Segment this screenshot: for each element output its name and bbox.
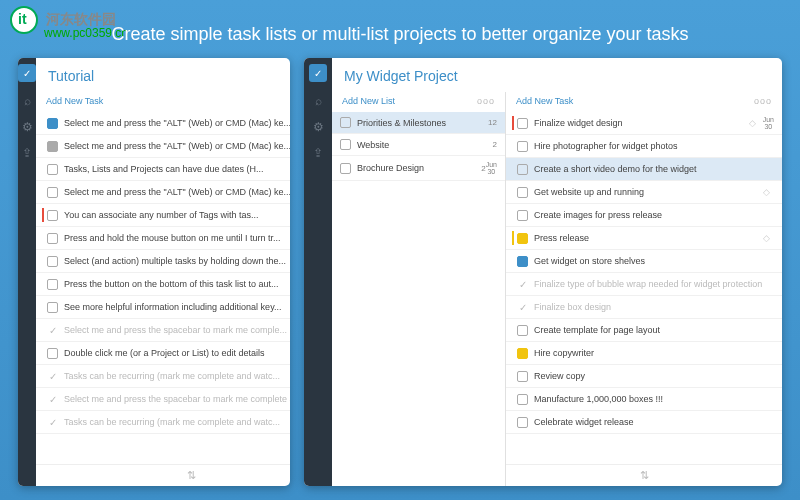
task-list-right[interactable]: Finalize widget design◇Jun30Hire photogr… — [506, 112, 782, 464]
task-text: Hire photographer for widget photos — [534, 141, 774, 151]
gear-icon[interactable]: ⚙ — [20, 120, 34, 134]
menu-dots-icon[interactable]: ooo — [477, 96, 495, 106]
checkmark-icon[interactable]: ✓ — [47, 325, 58, 336]
task-row[interactable]: Press release◇ — [506, 227, 782, 250]
task-row[interactable]: Double click me (or a Project or List) t… — [36, 342, 290, 365]
checkbox[interactable] — [517, 348, 528, 359]
task-row[interactable]: Select me and press the "ALT" (Web) or C… — [36, 181, 290, 204]
task-row[interactable]: Select me and press the "ALT" (Web) or C… — [36, 135, 290, 158]
checkbox[interactable] — [517, 233, 528, 244]
task-text: Tasks, Lists and Projects can have due d… — [64, 164, 290, 174]
add-list-link[interactable]: Add New List — [342, 96, 395, 106]
checkbox[interactable] — [517, 118, 528, 129]
list-row[interactable]: Priorities & Milestones12 — [332, 112, 505, 134]
priority-bar — [42, 116, 44, 130]
task-row[interactable]: Get widget on store shelves — [506, 250, 782, 273]
task-row[interactable]: ✓Tasks can be recurring (mark me complet… — [36, 365, 290, 388]
task-row[interactable]: Review copy — [506, 365, 782, 388]
priority-bar — [512, 392, 514, 406]
checkmark-icon[interactable]: ✓ — [47, 394, 58, 405]
task-row[interactable]: Hire photographer for widget photos — [506, 135, 782, 158]
checkbox[interactable] — [47, 210, 58, 221]
task-row[interactable]: You can associate any number of Tags wit… — [36, 204, 290, 227]
lists-column: Add New List ooo Priorities & Milestones… — [332, 92, 506, 486]
task-row[interactable]: Press the button on the bottom of this t… — [36, 273, 290, 296]
sort-icon[interactable]: ⇅ — [36, 464, 290, 486]
task-row[interactable]: ✓Finalize box design — [506, 296, 782, 319]
lists-scroll[interactable]: Priorities & Milestones12Website2Brochur… — [332, 112, 505, 486]
list-text: Brochure Design — [357, 163, 477, 173]
checkbox[interactable] — [517, 210, 528, 221]
checkbox[interactable] — [47, 279, 58, 290]
gear-icon[interactable]: ⚙ — [311, 120, 325, 134]
tag-icon[interactable]: ◇ — [763, 233, 774, 244]
columns: Add New List ooo Priorities & Milestones… — [332, 92, 782, 486]
priority-bar — [42, 231, 44, 245]
task-row[interactable]: See more helpful information including a… — [36, 296, 290, 319]
task-row[interactable]: Press and hold the mouse button on me un… — [36, 227, 290, 250]
tag-icon[interactable]: ◇ — [763, 187, 774, 198]
checkbox[interactable] — [517, 417, 528, 428]
list-text: Website — [357, 140, 489, 150]
menu-dots-icon[interactable]: ooo — [754, 96, 772, 106]
checkmark-icon[interactable]: ✓ — [47, 371, 58, 382]
task-row[interactable]: ✓Select me and press the spacebar to mar… — [36, 388, 290, 411]
search-icon[interactable]: ⌕ — [311, 94, 325, 108]
checkbox[interactable] — [517, 141, 528, 152]
task-row[interactable]: ✓Finalize type of bubble wrap needed for… — [506, 273, 782, 296]
checkbox[interactable] — [517, 325, 528, 336]
task-text: Create images for press release — [534, 210, 774, 220]
checkmark-icon[interactable]: ✓ — [517, 302, 528, 313]
task-row[interactable]: ✓Tasks can be recurring (mark me complet… — [36, 411, 290, 434]
app-icon[interactable]: ✓ — [309, 64, 327, 82]
tag-icon[interactable]: ◇ — [749, 118, 760, 129]
checkbox[interactable] — [517, 394, 528, 405]
list-row[interactable]: Brochure Design2Jun30 — [332, 156, 505, 181]
checkbox[interactable] — [517, 187, 528, 198]
checkbox[interactable] — [47, 118, 58, 129]
task-row[interactable]: Create images for press release — [506, 204, 782, 227]
share-icon[interactable]: ⇪ — [20, 146, 34, 160]
list-row[interactable]: Website2 — [332, 134, 505, 156]
task-row[interactable]: Get website up and running◇ — [506, 181, 782, 204]
app-icon[interactable]: ✓ — [18, 64, 36, 82]
checkbox[interactable] — [517, 164, 528, 175]
task-row[interactable]: Create template for page layout — [506, 319, 782, 342]
checkbox[interactable] — [340, 117, 351, 128]
checkbox[interactable] — [517, 371, 528, 382]
checkmark-icon[interactable]: ✓ — [47, 417, 58, 428]
checkmark-icon[interactable]: ✓ — [517, 279, 528, 290]
task-row[interactable]: ✓Select me and press the spacebar to mar… — [36, 319, 290, 342]
task-row[interactable]: Select (and action) multiple tasks by ho… — [36, 250, 290, 273]
search-icon[interactable]: ⌕ — [20, 94, 34, 108]
task-text: Select me and press the "ALT" (Web) or C… — [64, 187, 290, 197]
task-text: Select me and press the "ALT" (Web) or C… — [64, 118, 290, 128]
task-row[interactable]: Hire copywriter — [506, 342, 782, 365]
task-row[interactable]: Select me and press the "ALT" (Web) or C… — [36, 112, 290, 135]
priority-bar — [42, 185, 44, 199]
priority-bar — [42, 277, 44, 291]
task-text: Press the button on the bottom of this t… — [64, 279, 290, 289]
add-task-link[interactable]: Add New Task — [516, 96, 573, 106]
checkbox[interactable] — [340, 163, 351, 174]
checkbox[interactable] — [47, 187, 58, 198]
checkbox[interactable] — [47, 302, 58, 313]
checkbox[interactable] — [47, 348, 58, 359]
task-text: Press and hold the mouse button on me un… — [64, 233, 290, 243]
checkbox[interactable] — [47, 256, 58, 267]
task-row[interactable]: Create a short video demo for the widget — [506, 158, 782, 181]
checkbox[interactable] — [517, 256, 528, 267]
checkbox[interactable] — [340, 139, 351, 150]
task-row[interactable]: Tasks, Lists and Projects can have due d… — [36, 158, 290, 181]
task-row[interactable]: Manufacture 1,000,000 boxes !!! — [506, 388, 782, 411]
col-head-tasks: Add New Task ooo — [506, 92, 782, 112]
task-row[interactable]: Celebrate widget release — [506, 411, 782, 434]
checkbox[interactable] — [47, 233, 58, 244]
task-row[interactable]: Finalize widget design◇Jun30 — [506, 112, 782, 135]
task-list-left[interactable]: Select me and press the "ALT" (Web) or C… — [36, 112, 290, 464]
checkbox[interactable] — [47, 141, 58, 152]
sort-icon[interactable]: ⇅ — [506, 464, 782, 486]
share-icon[interactable]: ⇪ — [311, 146, 325, 160]
add-task-link[interactable]: Add New Task — [46, 96, 103, 106]
checkbox[interactable] — [47, 164, 58, 175]
